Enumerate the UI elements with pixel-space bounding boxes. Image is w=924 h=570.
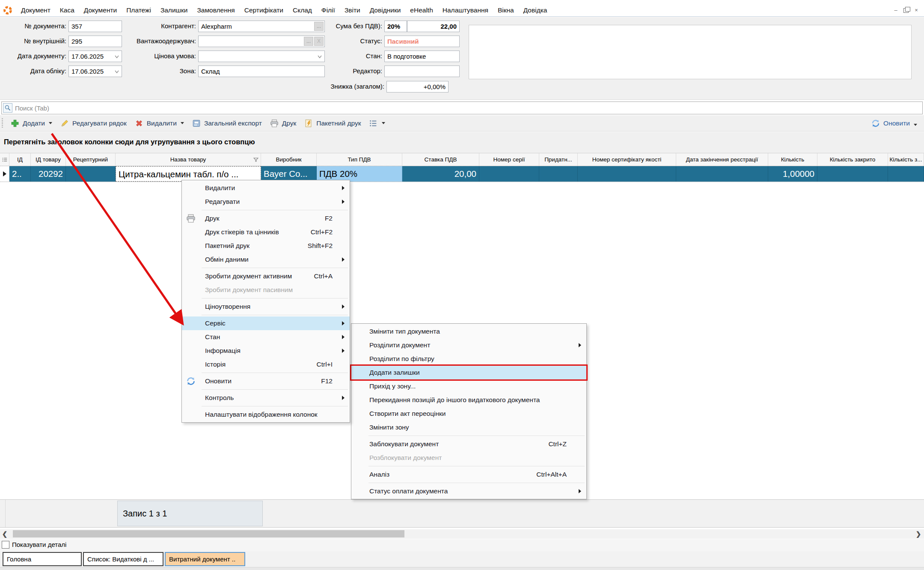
- column-header[interactable]: Кількість закрито: [817, 153, 888, 166]
- context-menu-item[interactable]: Історія Ctrl+I: [182, 358, 350, 371]
- submenu-item[interactable]: Аналіз Ctrl+Alt+A: [351, 468, 586, 481]
- notes-box[interactable]: [469, 25, 912, 79]
- scrollbar-thumb[interactable]: [13, 530, 404, 537]
- context-menu-item[interactable]: Сервіс: [182, 316, 350, 330]
- column-header[interactable]: Ставка ПДВ: [402, 153, 479, 166]
- column-list-button[interactable]: [365, 117, 389, 130]
- submenu-item[interactable]: Перекидання позицій до іншого видатковог…: [351, 393, 586, 407]
- context-menu-item[interactable]: Інформація: [182, 344, 350, 358]
- menubar-item[interactable]: Сертифікати: [240, 6, 288, 14]
- context-menu-item[interactable]: [202, 389, 348, 390]
- context-menu-item[interactable]: [202, 298, 348, 298]
- table-cell[interactable]: 20,00: [402, 166, 479, 182]
- restore-icon[interactable]: [903, 8, 909, 13]
- tab-expense-document[interactable]: Витратний документ ..: [165, 552, 245, 566]
- export-button[interactable]: Загальний експорт: [188, 117, 266, 130]
- context-menu-item[interactable]: [202, 406, 348, 406]
- menubar-item[interactable]: Замовлення: [192, 6, 239, 14]
- scroll-left-icon[interactable]: ❮: [2, 531, 8, 537]
- submenu-item[interactable]: Створити акт переоцінки: [351, 407, 586, 421]
- context-menu-item[interactable]: Друк F2: [182, 212, 350, 225]
- menubar-item[interactable]: eHealth: [405, 6, 437, 14]
- table-cell[interactable]: 20292: [31, 166, 66, 182]
- show-details-checkbox[interactable]: [2, 541, 9, 549]
- table-cell[interactable]: [539, 166, 578, 182]
- table-cell[interactable]: [676, 166, 768, 182]
- toolbar-grip[interactable]: [2, 118, 3, 128]
- submenu-item[interactable]: Розділити по фільтру: [351, 352, 586, 366]
- column-header[interactable]: Назва товару: [116, 153, 261, 166]
- submenu-item[interactable]: Змінити тип документа: [351, 325, 586, 338]
- menubar-item[interactable]: Каса: [55, 6, 79, 14]
- column-header[interactable]: Дата закінчення реєстрації: [676, 153, 768, 166]
- table-cell[interactable]: 2..: [9, 166, 31, 182]
- horizontal-scrollbar[interactable]: ❮ ❯: [0, 529, 924, 539]
- submenu-item[interactable]: Змінити зону: [351, 421, 586, 434]
- context-menu-item[interactable]: [202, 315, 348, 315]
- menubar-item[interactable]: Залишки: [156, 6, 193, 14]
- context-menu-item[interactable]: Видалити: [182, 181, 350, 195]
- column-header[interactable]: Виробник: [261, 153, 317, 166]
- menubar-item[interactable]: Налаштування: [438, 6, 493, 14]
- refresh-button[interactable]: Оновити: [871, 119, 924, 128]
- table-cell[interactable]: Цитра-кальцемин табл. п/о ...: [116, 166, 261, 182]
- table-cell[interactable]: [817, 166, 888, 182]
- add-button[interactable]: Додати: [6, 117, 56, 130]
- submenu-item[interactable]: Розблокувати документ: [351, 451, 586, 465]
- context-menu-item[interactable]: Друк стікерів та цінників Ctrl+F2: [182, 225, 350, 239]
- submenu-item[interactable]: Розділити документ: [351, 338, 586, 352]
- context-menu-item[interactable]: [202, 210, 348, 210]
- menubar-item[interactable]: Документ: [16, 6, 55, 14]
- scroll-right-icon[interactable]: ❯: [915, 531, 921, 537]
- column-header[interactable]: Придатн...: [539, 153, 578, 166]
- minimize-icon[interactable]: –: [892, 7, 899, 13]
- batch-print-button[interactable]: Пакетний друк: [300, 117, 365, 130]
- menubar-item[interactable]: Звіти: [340, 6, 365, 14]
- column-header[interactable]: Кількість: [768, 153, 817, 166]
- submenu-item[interactable]: [368, 483, 585, 483]
- column-header[interactable]: Номер сертифікату якості: [578, 153, 676, 166]
- submenu-item[interactable]: [368, 436, 585, 436]
- table-row[interactable]: 2..20292Цитра-кальцемин табл. п/о ...Bay…: [0, 166, 924, 182]
- close-icon[interactable]: ×: [913, 7, 920, 13]
- menubar-item[interactable]: Платежі: [122, 6, 156, 14]
- column-header[interactable]: Номер серії: [479, 153, 539, 166]
- table-cell[interactable]: 1,00000: [768, 166, 817, 182]
- column-header[interactable]: ІД: [9, 153, 31, 166]
- table-cell[interactable]: [66, 166, 116, 182]
- submenu-item[interactable]: Додати залишки: [351, 366, 586, 379]
- menubar-item[interactable]: Склад: [288, 6, 317, 14]
- delete-button[interactable]: Видалити: [131, 117, 188, 130]
- table-cell[interactable]: Bayer Co...: [261, 166, 317, 182]
- print-button[interactable]: Друк: [266, 117, 300, 130]
- menubar-item[interactable]: Філії: [317, 6, 340, 14]
- menubar-item[interactable]: Довідка: [519, 6, 552, 14]
- tab-home[interactable]: Головна: [3, 552, 82, 566]
- edit-row-button[interactable]: Редагувати рядок: [56, 117, 131, 130]
- menubar-item[interactable]: Вікна: [493, 6, 519, 14]
- context-menu-item[interactable]: Зробити документ пасивним: [182, 283, 350, 297]
- context-menu-item[interactable]: Редагувати: [182, 195, 350, 209]
- submenu-item[interactable]: [368, 466, 585, 466]
- group-by-bar[interactable]: Перетягніть заголовок колонки сюди для у…: [0, 132, 924, 153]
- context-menu-item[interactable]: [202, 373, 348, 373]
- context-menu-item[interactable]: Пакетний друк Shift+F2: [182, 239, 350, 253]
- table-cell[interactable]: ПДВ 20%: [317, 166, 402, 182]
- context-menu-item[interactable]: Обмін даними: [182, 253, 350, 266]
- context-menu-item[interactable]: Стан: [182, 330, 350, 344]
- menubar-item[interactable]: Документи: [79, 6, 122, 14]
- column-header[interactable]: ІД товару: [31, 153, 66, 166]
- context-menu-item[interactable]: Ціноутворення: [182, 300, 350, 313]
- context-menu-item[interactable]: Налаштувати відображення колонок: [182, 408, 350, 421]
- column-header[interactable]: Рецептурний: [66, 153, 116, 166]
- table-cell[interactable]: [479, 166, 539, 182]
- submenu-item[interactable]: Заблокувати документ Ctrl+Z: [351, 437, 586, 451]
- table-cell[interactable]: [888, 166, 924, 182]
- context-menu-item[interactable]: Контроль: [182, 391, 350, 405]
- context-menu-item[interactable]: Зробити документ активним Ctrl+A: [182, 269, 350, 283]
- tab-document-list[interactable]: Список: Видаткові д ...: [83, 552, 163, 566]
- column-header[interactable]: Тип ПДВ: [317, 153, 402, 166]
- submenu-item[interactable]: Прихід у зону...: [351, 379, 586, 393]
- submenu-item[interactable]: Статус оплати документа: [351, 484, 586, 498]
- menubar-item[interactable]: Довідники: [365, 6, 406, 14]
